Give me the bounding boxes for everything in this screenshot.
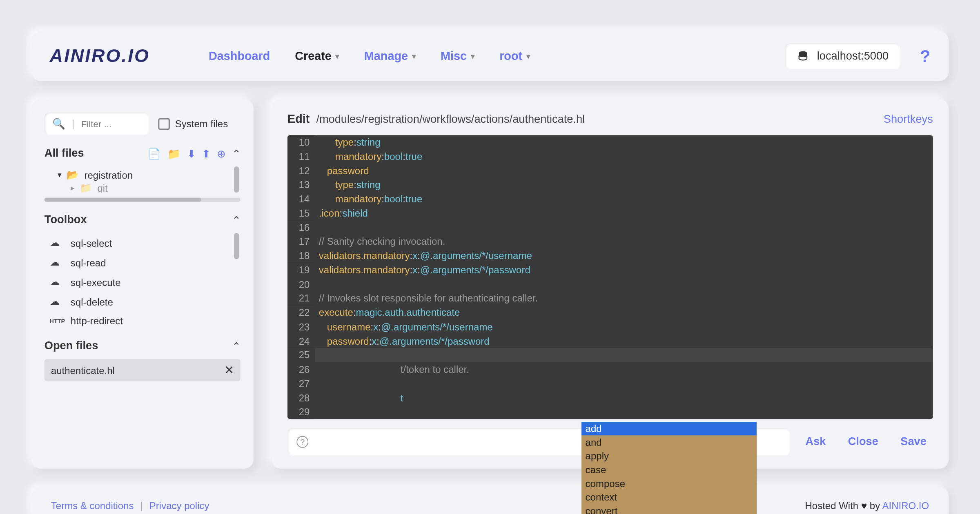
code-text[interactable]: // Sanity checking invocation. <box>315 235 933 249</box>
chevron-down-icon: ▾ <box>526 51 530 60</box>
code-text[interactable] <box>315 277 933 291</box>
code-text[interactable] <box>315 220 933 235</box>
code-line[interactable]: 18validators.mandatory:x:@.arguments/*/u… <box>287 249 933 263</box>
brand-link[interactable]: AINIRO.IO <box>882 500 929 511</box>
code-line[interactable]: 29 <box>287 405 933 419</box>
autocomplete-item[interactable]: case <box>581 463 757 476</box>
code-line[interactable]: 19validators.mandatory:x:@.arguments/*/p… <box>287 263 933 277</box>
tree-item-git[interactable]: ▸ 📁 git <box>45 184 241 193</box>
tree-label: registration <box>84 169 133 180</box>
code-text[interactable]: type:string <box>315 178 933 192</box>
save-button[interactable]: Save <box>894 435 933 448</box>
shortkeys-link[interactable]: Shortkeys <box>884 113 933 126</box>
scrollbar[interactable] <box>234 233 239 259</box>
line-number: 16 <box>287 220 315 235</box>
code-line[interactable]: 17// Sanity checking invocation. <box>287 235 933 249</box>
code-text[interactable]: t/token to caller. <box>315 362 933 377</box>
autocomplete-item[interactable]: and <box>581 435 757 449</box>
code-text[interactable]: password <box>315 164 933 178</box>
code-line[interactable]: 12 password <box>287 164 933 178</box>
line-number: 21 <box>287 291 315 306</box>
nav-misc[interactable]: Misc ▾ <box>441 49 474 63</box>
code-line[interactable]: 24 password:x:@.arguments/*/password <box>287 334 933 348</box>
system-files-toggle[interactable]: System files <box>158 118 228 130</box>
chevron-right-icon: ▸ <box>71 184 75 193</box>
sidebar: 🔍 | System files All files 📄 📁 ⬇ ⬆ <box>31 99 254 469</box>
code-line[interactable]: 25 <box>287 348 933 362</box>
nav-root[interactable]: root ▾ <box>499 49 530 63</box>
code-text[interactable]: // Invokes slot responsible for authenti… <box>315 291 933 306</box>
close-button[interactable]: Close <box>842 435 885 448</box>
new-folder-icon[interactable]: 📁 <box>167 147 180 160</box>
filter-input-wrapper: 🔍 | <box>45 112 149 135</box>
ask-button[interactable]: Ask <box>799 435 833 448</box>
autocomplete-item[interactable]: add <box>581 422 757 436</box>
line-number: 28 <box>287 391 315 405</box>
code-line[interactable]: 15.icon:shield <box>287 206 933 220</box>
code-line[interactable]: 10 type:string <box>287 135 933 149</box>
upload-icon[interactable]: ⬆ <box>202 147 210 160</box>
code-line[interactable]: 28 t <box>287 391 933 405</box>
tool-sql-delete[interactable]: ☁sql-delete <box>45 292 241 311</box>
code-text[interactable]: mandatory:bool:true <box>315 192 933 206</box>
help-button[interactable]: ? <box>920 46 930 66</box>
h-scrollbar[interactable] <box>45 198 241 202</box>
footer-bar: Terms & conditions | Privacy policy Host… <box>31 487 949 514</box>
search-icon: 🔍 <box>52 117 65 130</box>
tree-item-registration[interactable]: ▾ 📂 registration <box>45 166 241 184</box>
code-text[interactable]: validators.mandatory:x:@.arguments/*/use… <box>315 249 933 263</box>
code-line[interactable]: 20 <box>287 277 933 291</box>
main-nav: Dashboard Create ▾ Manage ▾ Misc ▾ root … <box>209 49 530 63</box>
autocomplete-item[interactable]: context <box>581 490 757 504</box>
autocomplete-item[interactable]: compose <box>581 476 757 490</box>
close-icon[interactable]: ✕ <box>224 363 234 377</box>
code-line[interactable]: 14 mandatory:bool:true <box>287 192 933 206</box>
open-file-item[interactable]: authenticate.hl ✕ <box>45 359 241 381</box>
privacy-link[interactable]: Privacy policy <box>149 500 209 511</box>
nav-manage[interactable]: Manage ▾ <box>364 49 416 63</box>
code-text[interactable]: mandatory:bool:true <box>315 149 933 164</box>
install-icon[interactable]: ⊕ <box>217 147 225 160</box>
collapse-icon[interactable]: ⌃ <box>232 147 241 160</box>
tool-http-redirect[interactable]: HTTPhttp-redirect <box>45 311 241 330</box>
code-line[interactable]: 27 <box>287 377 933 391</box>
line-number: 19 <box>287 263 315 277</box>
collapse-icon[interactable]: ⌃ <box>232 340 241 352</box>
autocomplete-item[interactable]: apply <box>581 449 757 463</box>
chevron-down-icon: ▾ <box>412 51 416 60</box>
download-icon[interactable]: ⬇ <box>187 147 196 160</box>
autocomplete-item[interactable]: convert <box>581 504 757 514</box>
nav-create[interactable]: Create ▾ <box>295 49 339 63</box>
code-line[interactable]: 26 t/token to caller. <box>287 362 933 377</box>
tool-sql-select[interactable]: ☁sql-select <box>45 233 241 253</box>
code-line[interactable]: 23 username:x:@.arguments/*/username <box>287 320 933 334</box>
code-text[interactable] <box>315 377 933 391</box>
code-line[interactable]: 13 type:string <box>287 178 933 192</box>
code-text[interactable] <box>315 348 933 362</box>
code-line[interactable]: 21// Invokes slot responsible for authen… <box>287 291 933 306</box>
code-editor[interactable]: 10 type:string11 mandatory:bool:true12 p… <box>287 135 933 419</box>
code-text[interactable] <box>315 405 933 419</box>
scrollbar[interactable] <box>234 166 239 193</box>
host-badge[interactable]: localhost:5000 <box>786 43 900 69</box>
by-label: by <box>870 500 880 511</box>
tool-sql-execute[interactable]: ☁sql-execute <box>45 272 241 292</box>
code-text[interactable]: .icon:shield <box>315 206 933 220</box>
line-number: 12 <box>287 164 315 178</box>
code-text[interactable]: execute:magic.auth.authenticate <box>315 306 933 320</box>
code-text[interactable]: validators.mandatory:x:@.arguments/*/pas… <box>315 263 933 277</box>
code-text[interactable]: type:string <box>315 135 933 149</box>
code-line[interactable]: 16 <box>287 220 933 235</box>
filter-input[interactable] <box>81 118 141 129</box>
code-text[interactable]: username:x:@.arguments/*/username <box>315 320 933 334</box>
collapse-icon[interactable]: ⌃ <box>232 214 241 226</box>
nav-dashboard[interactable]: Dashboard <box>209 49 270 63</box>
open-files-title: Open files <box>45 339 98 352</box>
tool-sql-read[interactable]: ☁sql-read <box>45 253 241 272</box>
code-line[interactable]: 11 mandatory:bool:true <box>287 149 933 164</box>
code-line[interactable]: 22execute:magic.auth.authenticate <box>287 306 933 320</box>
code-text[interactable]: password:x:@.arguments/*/password <box>315 334 933 348</box>
code-text[interactable]: t <box>315 391 933 405</box>
new-file-icon[interactable]: 📄 <box>148 147 161 160</box>
terms-link[interactable]: Terms & conditions <box>51 500 134 511</box>
